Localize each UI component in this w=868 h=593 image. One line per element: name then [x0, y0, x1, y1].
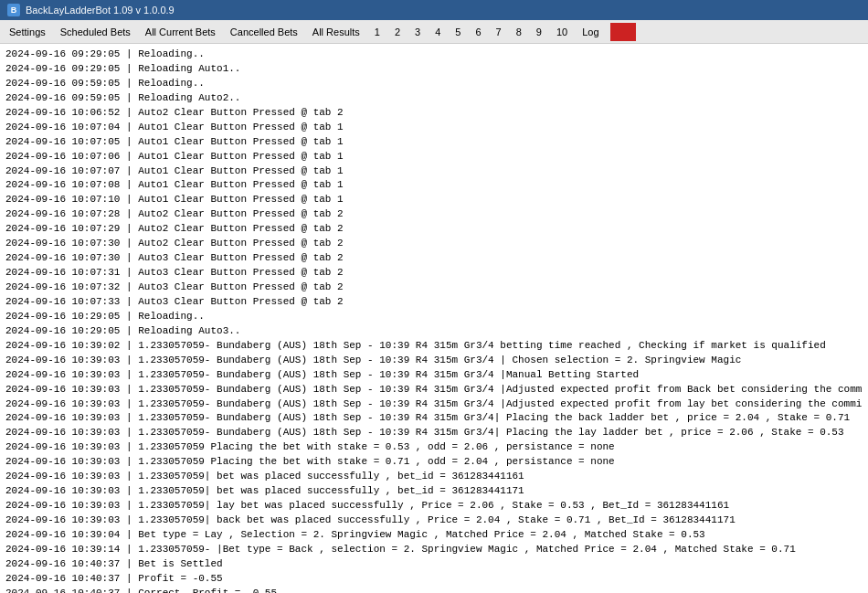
- log-line: 2024-09-16 10:07:28 | Auto2 Clear Button…: [5, 207, 863, 222]
- menu-scheduled-bets[interactable]: Scheduled Bets: [53, 24, 138, 40]
- log-line: 2024-09-16 10:07:07 | Auto1 Clear Button…: [5, 164, 863, 179]
- menu-tab-5[interactable]: 5: [448, 24, 468, 40]
- menu-tab-8[interactable]: 8: [509, 24, 529, 40]
- log-line: 2024-09-16 10:39:14 | 1.233057059- |Bet …: [5, 543, 863, 557]
- log-line: 2024-09-16 09:29:05 | Reloading Auto1..: [5, 62, 863, 77]
- log-line: 2024-09-16 10:07:30 | Auto3 Clear Button…: [5, 251, 863, 266]
- log-line: 2024-09-16 10:07:05 | Auto1 Clear Button…: [5, 135, 863, 150]
- log-line: 2024-09-16 10:07:32 | Auto3 Clear Button…: [5, 281, 863, 295]
- log-line: 2024-09-16 10:40:37 | Bet is Settled: [5, 557, 863, 572]
- log-line: 2024-09-16 10:06:52 | Auto2 Clear Button…: [5, 106, 863, 121]
- log-line: 2024-09-16 10:07:10 | Auto1 Clear Button…: [5, 193, 863, 207]
- log-line: 2024-09-16 10:29:05 | Reloading Auto3..: [5, 324, 863, 339]
- log-line: 2024-09-16 10:39:03 | 1.233057059- Bunda…: [5, 383, 863, 397]
- log-line: 2024-09-16 10:39:03 | 1.233057059 Placin…: [5, 455, 863, 470]
- menu-tab-10[interactable]: 10: [549, 24, 575, 40]
- log-line: 2024-09-16 10:07:29 | Auto2 Clear Button…: [5, 222, 863, 237]
- app-icon: B: [7, 4, 20, 16]
- menu-all-results[interactable]: All Results: [305, 24, 367, 40]
- log-line: 2024-09-16 10:39:03 | 1.233057059- Bunda…: [5, 368, 863, 383]
- log-line: 2024-09-16 10:39:03 | 1.233057059- Bunda…: [5, 426, 863, 440]
- status-indicator[interactable]: [610, 23, 636, 41]
- log-line: 2024-09-16 10:39:03 | 1.233057059- Bunda…: [5, 411, 863, 426]
- menu-tab-6[interactable]: 6: [468, 24, 488, 40]
- menu-tab-7[interactable]: 7: [489, 24, 509, 40]
- log-line: 2024-09-16 10:07:06 | Auto1 Clear Button…: [5, 150, 863, 164]
- log-line: 2024-09-16 10:39:03 | 1.233057059| lay b…: [5, 499, 863, 514]
- menu-bar: Settings Scheduled Bets All Current Bets…: [0, 20, 868, 44]
- log-line: 2024-09-16 10:07:33 | Auto3 Clear Button…: [5, 295, 863, 310]
- menu-settings[interactable]: Settings: [2, 24, 53, 40]
- app-title: BackLayLadderBot 1.09 v 1.0.0.9: [26, 5, 175, 16]
- log-line: 2024-09-16 10:39:04 | Bet type = Lay , S…: [5, 528, 863, 543]
- log-line: 2024-09-16 10:29:05 | Reloading..: [5, 310, 863, 324]
- log-line: 2024-09-16 10:07:08 | Auto1 Clear Button…: [5, 178, 863, 193]
- log-line: 2024-09-16 10:40:37 | Profit = -0.55: [5, 572, 863, 587]
- menu-all-current-bets[interactable]: All Current Bets: [138, 24, 223, 40]
- menu-tab-1[interactable]: 1: [367, 24, 387, 40]
- log-line: 2024-09-16 10:39:03 | 1.233057059| back …: [5, 514, 863, 528]
- log-line: 2024-09-16 09:29:05 | Reloading..: [5, 48, 863, 62]
- log-line: 2024-09-16 10:39:03 | 1.233057059- Bunda…: [5, 354, 863, 368]
- title-bar: B BackLayLadderBot 1.09 v 1.0.0.9: [0, 0, 868, 20]
- log-line: 2024-09-16 10:39:03 | 1.233057059| bet w…: [5, 470, 863, 484]
- log-line: 2024-09-16 10:39:02 | 1.233057059- Bunda…: [5, 339, 863, 354]
- menu-tab-3[interactable]: 3: [408, 24, 428, 40]
- menu-log[interactable]: Log: [575, 24, 606, 40]
- log-content-area[interactable]: 2024-09-16 09:29:05 | Reloading..2024-09…: [0, 44, 868, 593]
- log-line: 2024-09-16 10:40:37 | Correct _Profit = …: [5, 587, 863, 593]
- log-line: 2024-09-16 10:39:03 | 1.233057059 Placin…: [5, 440, 863, 455]
- log-line: 2024-09-16 10:39:03 | 1.233057059- Bunda…: [5, 397, 863, 412]
- menu-cancelled-bets[interactable]: Cancelled Bets: [223, 24, 305, 40]
- menu-tab-2[interactable]: 2: [387, 24, 408, 40]
- menu-tab-9[interactable]: 9: [529, 24, 549, 40]
- log-line: 2024-09-16 09:59:05 | Reloading..: [5, 77, 863, 91]
- log-line: 2024-09-16 09:59:05 | Reloading Auto2..: [5, 91, 863, 106]
- log-line: 2024-09-16 10:07:31 | Auto3 Clear Button…: [5, 266, 863, 281]
- log-line: 2024-09-16 10:07:30 | Auto2 Clear Button…: [5, 237, 863, 251]
- log-line: 2024-09-16 10:07:04 | Auto1 Clear Button…: [5, 121, 863, 135]
- log-line: 2024-09-16 10:39:03 | 1.233057059| bet w…: [5, 484, 863, 499]
- menu-tab-4[interactable]: 4: [428, 24, 448, 40]
